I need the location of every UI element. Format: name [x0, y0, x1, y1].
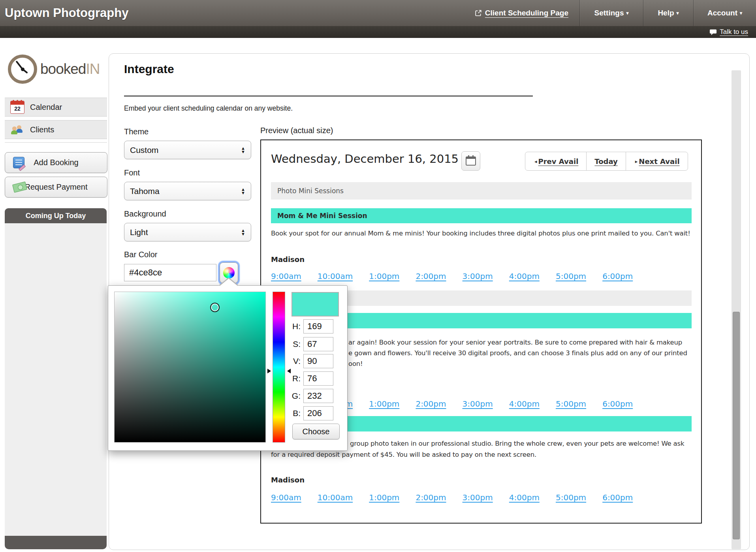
- client-scheduling-page-link[interactable]: Client Scheduling Page: [475, 0, 568, 26]
- red-field-input[interactable]: [303, 371, 333, 386]
- time-slot-link[interactable]: 10:00am: [318, 271, 353, 281]
- saturation-field-row: S:: [288, 337, 341, 351]
- prev-avail-button[interactable]: ◂ Prev Avail: [525, 152, 586, 170]
- time-slot-link[interactable]: 1:00pm: [369, 271, 399, 281]
- value-field-input[interactable]: [303, 354, 333, 368]
- choose-button[interactable]: Choose: [292, 424, 340, 439]
- time-slot-link[interactable]: 6:00pm: [602, 493, 633, 502]
- coming-up-today-header: Coming Up Today: [5, 208, 107, 223]
- color-cursor[interactable]: [210, 303, 220, 312]
- title-rule: [124, 96, 533, 96]
- hue-slider[interactable]: [273, 292, 285, 443]
- clock-icon: [8, 55, 37, 84]
- settings-label: Settings: [594, 9, 624, 17]
- choose-button-label: Choose: [303, 427, 330, 436]
- calendar-icon: [466, 156, 476, 166]
- sidebar-item-calendar[interactable]: 22 Calendar: [5, 98, 107, 117]
- time-slot-link[interactable]: 1:00pm: [369, 399, 399, 409]
- clients-icon: [10, 124, 24, 136]
- settings-menu[interactable]: Settings ▾: [579, 0, 643, 26]
- page-title: Integrate: [124, 62, 174, 76]
- time-slot-link[interactable]: 4:00pm: [509, 399, 540, 409]
- blue-field-label: B:: [288, 409, 301, 418]
- coming-up-today-label: Coming Up Today: [26, 212, 86, 220]
- chat-bubble-icon: [709, 29, 717, 36]
- saturation-field-input[interactable]: [303, 337, 333, 351]
- bar-color-label: Bar Color: [124, 250, 157, 259]
- date-picker-button[interactable]: [461, 151, 480, 171]
- session-title: Mom & Me Mini Session: [277, 212, 367, 220]
- help-menu[interactable]: Help ▾: [643, 0, 693, 26]
- time-slot-link[interactable]: 6:00pm: [602, 399, 633, 409]
- session-description-line: e gown and flowers. You'll receive 30 di…: [348, 349, 687, 357]
- time-slot-link[interactable]: 4:00pm: [509, 271, 540, 281]
- green-field-input[interactable]: [303, 389, 333, 403]
- blue-field-input[interactable]: [303, 406, 333, 420]
- time-slot-link[interactable]: 4:00pm: [509, 493, 540, 502]
- red-field-row: R:: [288, 371, 341, 386]
- request-payment-button[interactable]: Request Payment: [5, 177, 107, 198]
- time-slot-link[interactable]: 1:00pm: [369, 493, 399, 502]
- time-slot-link[interactable]: 3:00pm: [463, 493, 493, 502]
- time-slot-link[interactable]: 10:00am: [318, 493, 353, 502]
- saturation-value-square[interactable]: [114, 292, 266, 443]
- time-slot-link[interactable]: 5:00pm: [556, 493, 586, 502]
- time-slot-link[interactable]: 3:00pm: [463, 271, 493, 281]
- top-nav: Client Scheduling Page Settings ▾ Help ▾…: [475, 0, 756, 26]
- time-slot-row: 9:00am 10:00am 1:00pm 2:00pm 3:00pm 4:00…: [271, 493, 692, 502]
- scrollbar-track[interactable]: [732, 70, 741, 549]
- secondary-bar: Talk to us: [0, 26, 756, 38]
- bar-color-input[interactable]: [124, 264, 216, 281]
- value-field-row: V:: [288, 354, 341, 368]
- background-select[interactable]: Light ▲▼: [124, 223, 251, 241]
- page-description: Embed your client scheduling calendar on…: [124, 104, 293, 113]
- session-description-line: for a required deposit payment of $45. Y…: [271, 451, 536, 458]
- scrollbar-thumb[interactable]: [733, 312, 740, 539]
- value-field-label: V:: [288, 356, 301, 366]
- theme-select[interactable]: Custom ▲▼: [124, 141, 251, 159]
- add-booking-button[interactable]: Add Booking: [5, 152, 107, 173]
- next-avail-label: Next Avail: [639, 157, 679, 166]
- calendar-icon: 22: [10, 101, 24, 114]
- time-slot-link[interactable]: 9:00am: [271, 493, 301, 502]
- hue-marker-left-icon: [267, 369, 271, 373]
- logo-wordmark: bookedIN: [40, 61, 100, 77]
- chevron-down-icon: ▾: [740, 10, 742, 16]
- sidebar-item-label: Clients: [30, 125, 54, 134]
- today-button[interactable]: Today: [586, 152, 625, 170]
- time-slot-link[interactable]: 9:00am: [271, 271, 301, 281]
- theme-label: Theme: [124, 127, 149, 136]
- sidebar-item-label: Calendar: [30, 103, 62, 112]
- time-slot-link[interactable]: 2:00pm: [416, 493, 446, 502]
- session-description-line: ar again! Book your session for your sen…: [348, 339, 682, 346]
- theme-select-value: Custom: [130, 145, 158, 155]
- color-wheel-icon: [223, 267, 235, 279]
- time-slot-link[interactable]: 2:00pm: [416, 271, 446, 281]
- session-description-line: group photo taken in our professional st…: [350, 440, 684, 447]
- money-icon: [13, 183, 26, 191]
- font-select[interactable]: Tahoma ▲▼: [124, 182, 251, 200]
- hue-field-input[interactable]: [303, 319, 333, 333]
- app-title: Uptown Photography: [0, 0, 128, 26]
- sidebar-item-clients[interactable]: Clients: [5, 120, 107, 139]
- booking-note-icon: [13, 157, 24, 168]
- preview-nav-group: ◂ Prev Avail Today ▸ Next Avail: [525, 152, 688, 171]
- account-menu[interactable]: Account ▾: [693, 0, 756, 26]
- chevron-down-icon: ▾: [626, 10, 628, 16]
- account-label: Account: [707, 9, 737, 17]
- time-slot-link[interactable]: 5:00pm: [556, 399, 586, 409]
- hue-field-label: H:: [288, 322, 301, 331]
- category-bar: Photo Mini Sessions: [271, 182, 692, 200]
- time-slot-link[interactable]: 2:00pm: [416, 399, 446, 409]
- bookedin-logo[interactable]: bookedIN: [8, 51, 110, 87]
- time-slot-link[interactable]: 6:00pm: [602, 271, 633, 281]
- talk-to-us-link[interactable]: Talk to us: [709, 28, 748, 36]
- next-avail-button[interactable]: ▸ Next Avail: [626, 152, 688, 170]
- sidebar-divider: [5, 142, 107, 143]
- session-description-line: oon!: [348, 360, 363, 367]
- font-label: Font: [124, 168, 140, 177]
- time-slot-link[interactable]: 3:00pm: [463, 399, 493, 409]
- time-slot-row: 9:00am 10:00am 1:00pm 2:00pm 3:00pm 4:00…: [271, 271, 692, 281]
- time-slot-link[interactable]: 5:00pm: [556, 271, 586, 281]
- blue-field-row: B:: [288, 406, 341, 420]
